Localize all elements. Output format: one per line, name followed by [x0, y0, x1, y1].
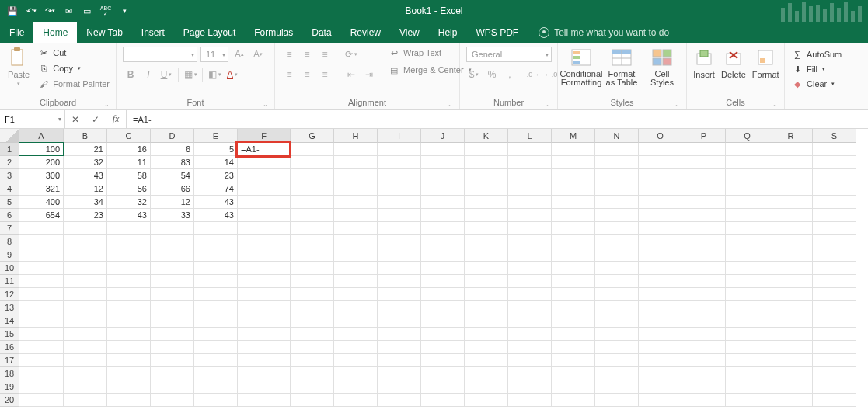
cell-F9[interactable] [238, 248, 291, 262]
cell-L2[interactable] [508, 156, 552, 169]
cell-H9[interactable] [334, 248, 378, 262]
cell-F20[interactable] [238, 394, 291, 407]
cell-J10[interactable] [421, 262, 465, 275]
cell-N9[interactable] [595, 248, 639, 262]
cell-K15[interactable] [465, 328, 508, 341]
cell-K11[interactable] [465, 275, 508, 288]
cell-J14[interactable] [421, 314, 465, 328]
cell-L14[interactable] [508, 314, 552, 328]
cell-F14[interactable] [238, 314, 291, 328]
cell-D1[interactable]: 6 [151, 143, 194, 156]
cell-Q15[interactable] [726, 328, 769, 341]
cell-R8[interactable] [769, 235, 813, 248]
clear-button[interactable]: ◆Clear▾ [791, 78, 862, 90]
cell-D8[interactable] [151, 235, 194, 248]
tab-review[interactable]: Review [341, 22, 390, 43]
cell-P15[interactable] [682, 328, 726, 341]
col-header-I[interactable]: I [378, 129, 421, 143]
cell-H4[interactable] [334, 182, 378, 196]
cell-H8[interactable] [334, 235, 378, 248]
cell-B20[interactable] [64, 394, 107, 407]
cell-B17[interactable] [64, 354, 107, 367]
cell-H6[interactable] [334, 209, 378, 222]
spellcheck-icon[interactable]: ABC✓ [98, 3, 113, 19]
cell-N1[interactable] [595, 143, 639, 156]
align-left-icon[interactable]: ≡ [281, 67, 297, 82]
cell-P5[interactable] [682, 196, 726, 209]
wrap-text-button[interactable]: ↩Wrap Text [388, 47, 472, 59]
cell-A8[interactable] [19, 235, 64, 248]
cell-C2[interactable]: 11 [107, 156, 151, 169]
cell-G18[interactable] [291, 367, 334, 380]
cell-G14[interactable] [291, 314, 334, 328]
qat-customize-icon[interactable]: ▾ [117, 3, 132, 19]
cell-O16[interactable] [639, 341, 682, 354]
cell-D2[interactable]: 83 [151, 156, 194, 169]
cell-J20[interactable] [421, 394, 465, 407]
cell-P9[interactable] [682, 248, 726, 262]
cell-K2[interactable] [465, 156, 508, 169]
cell-I6[interactable] [378, 209, 421, 222]
cell-I5[interactable] [378, 196, 421, 209]
cell-B2[interactable]: 32 [64, 156, 107, 169]
cell-A10[interactable] [19, 262, 64, 275]
col-header-C[interactable]: C [107, 129, 151, 143]
tell-me-input[interactable]: Tell me what you want to do [554, 27, 669, 38]
save-icon[interactable]: 💾 [5, 3, 20, 19]
underline-button[interactable]: U [159, 67, 174, 82]
cell-K3[interactable] [465, 169, 508, 182]
cell-A6[interactable]: 654 [19, 209, 64, 222]
cell-C13[interactable] [107, 301, 151, 314]
cell-B7[interactable] [64, 222, 107, 235]
cell-D15[interactable] [151, 328, 194, 341]
cell-O12[interactable] [639, 288, 682, 301]
tab-formulas[interactable]: Formulas [245, 22, 302, 43]
cell-R17[interactable] [769, 354, 813, 367]
cell-O6[interactable] [639, 209, 682, 222]
cell-K17[interactable] [465, 354, 508, 367]
cell-J9[interactable] [421, 248, 465, 262]
tab-page-layout[interactable]: Page Layout [174, 22, 245, 43]
paste-button[interactable]: Paste ▾ [6, 47, 31, 87]
cell-C18[interactable] [107, 367, 151, 380]
insert-cells-button[interactable]: Insert [693, 47, 715, 79]
cell-A20[interactable] [19, 394, 64, 407]
cell-F2[interactable] [238, 156, 291, 169]
row-header-2[interactable]: 2 [0, 156, 19, 169]
cell-L7[interactable] [508, 222, 552, 235]
cell-L20[interactable] [508, 394, 552, 407]
cell-J3[interactable] [421, 169, 465, 182]
cell-L6[interactable] [508, 209, 552, 222]
cell-E10[interactable] [194, 262, 238, 275]
cut-button[interactable]: ✂Cut [37, 47, 110, 59]
cell-I18[interactable] [378, 367, 421, 380]
cancel-formula-icon[interactable]: ✕ [65, 114, 85, 125]
cell-K1[interactable] [465, 143, 508, 156]
cell-L18[interactable] [508, 367, 552, 380]
tab-file[interactable]: File [0, 22, 33, 43]
cell-P1[interactable] [682, 143, 726, 156]
cell-B1[interactable]: 21 [64, 143, 107, 156]
row-header-17[interactable]: 17 [0, 354, 19, 367]
cell-P10[interactable] [682, 262, 726, 275]
cell-F15[interactable] [238, 328, 291, 341]
cell-I13[interactable] [378, 301, 421, 314]
cell-G15[interactable] [291, 328, 334, 341]
cell-O10[interactable] [639, 262, 682, 275]
fx-icon[interactable]: fx [106, 113, 126, 125]
cell-B18[interactable] [64, 367, 107, 380]
cell-P8[interactable] [682, 235, 726, 248]
cell-R4[interactable] [769, 182, 813, 196]
cell-R7[interactable] [769, 222, 813, 235]
cell-J4[interactable] [421, 182, 465, 196]
cell-G8[interactable] [291, 235, 334, 248]
cell-J17[interactable] [421, 354, 465, 367]
cell-O20[interactable] [639, 394, 682, 407]
cell-Q20[interactable] [726, 394, 769, 407]
cell-I14[interactable] [378, 314, 421, 328]
cell-P20[interactable] [682, 394, 726, 407]
col-header-P[interactable]: P [682, 129, 726, 143]
row-header-7[interactable]: 7 [0, 222, 19, 235]
cell-D18[interactable] [151, 367, 194, 380]
cell-L19[interactable] [508, 380, 552, 394]
